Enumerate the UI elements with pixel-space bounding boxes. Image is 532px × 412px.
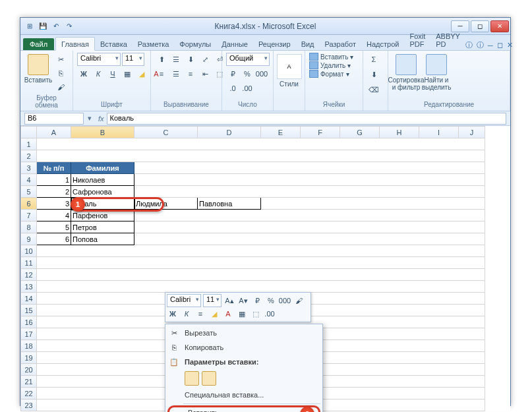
data-cell[interactable]: 3 bbox=[37, 198, 71, 210]
font-name-combo[interactable]: Calibri bbox=[77, 53, 121, 66]
row-header[interactable]: 17 bbox=[21, 328, 37, 340]
percent-icon[interactable]: % bbox=[241, 67, 254, 80]
data-cell[interactable]: Сафронова bbox=[71, 186, 134, 198]
row-header[interactable]: 10 bbox=[21, 245, 37, 257]
row-header[interactable]: 9 bbox=[21, 233, 37, 245]
row-header[interactable]: 13 bbox=[21, 281, 37, 293]
mini-fontcolor-icon[interactable]: A bbox=[222, 308, 234, 320]
dec-decimal-icon[interactable]: .00 bbox=[241, 82, 254, 95]
data-cell[interactable]: 5 bbox=[37, 221, 71, 233]
cells-format-button[interactable]: Формат ▾ bbox=[309, 70, 349, 78]
tab-abbyy[interactable]: ABBYY PD bbox=[430, 30, 465, 50]
row-header[interactable]: 6 bbox=[21, 198, 37, 210]
row-header[interactable]: 8 bbox=[21, 221, 37, 233]
align-bottom-icon[interactable]: ⬇ bbox=[184, 53, 197, 66]
col-header[interactable]: I bbox=[419, 127, 459, 138]
undo-icon[interactable]: ↶ bbox=[51, 21, 61, 32]
maximize-button[interactable]: ◻ bbox=[471, 20, 489, 32]
data-cell[interactable]: Попова bbox=[71, 233, 134, 245]
save-icon[interactable]: 💾 bbox=[38, 21, 48, 32]
row-header[interactable]: 19 bbox=[21, 352, 37, 364]
data-cell[interactable]: Петров bbox=[71, 221, 134, 233]
paste-button[interactable]: Вставить bbox=[24, 53, 52, 85]
row-header[interactable]: 22 bbox=[21, 388, 37, 399]
indent-dec-icon[interactable]: ⇤ bbox=[198, 67, 212, 80]
mini-currency-icon[interactable]: ₽ bbox=[251, 295, 263, 307]
namebox-dropdown-icon[interactable]: ▾ bbox=[84, 114, 96, 123]
data-cell[interactable]: 6 bbox=[37, 233, 71, 245]
cells-delete-button[interactable]: Удалить ▾ bbox=[309, 61, 351, 69]
paste-option-2[interactable] bbox=[202, 371, 216, 386]
row-header[interactable]: 12 bbox=[21, 269, 37, 281]
name-box[interactable]: B6 bbox=[24, 113, 84, 125]
tab-layout[interactable]: Разметка bbox=[133, 38, 175, 50]
tab-dev[interactable]: Разработ bbox=[320, 38, 361, 50]
tab-foxit[interactable]: Foxit PDF bbox=[404, 30, 430, 50]
data-cell[interactable]: 1 bbox=[37, 174, 71, 186]
align-center-icon[interactable]: ☰ bbox=[169, 67, 183, 80]
row-header[interactable]: 14 bbox=[21, 293, 37, 305]
mini-shrink-icon[interactable]: A▾ bbox=[237, 295, 249, 307]
comma-icon[interactable]: 000 bbox=[255, 67, 268, 80]
currency-icon[interactable]: ₽ bbox=[226, 67, 239, 80]
border-button[interactable]: ▦ bbox=[121, 67, 134, 80]
data-cell[interactable]: 2 bbox=[37, 186, 71, 198]
ctx-insert[interactable]: Вставить... 2 bbox=[167, 405, 320, 412]
cells-insert-button[interactable]: Вставить ▾ bbox=[309, 53, 353, 61]
mini-bold-icon[interactable]: Ж bbox=[167, 308, 179, 320]
workbook-min-icon[interactable]: ─ bbox=[488, 42, 493, 49]
file-tab[interactable]: Файл bbox=[23, 38, 54, 50]
mini-grow-icon[interactable]: A▴ bbox=[223, 295, 235, 307]
row-header[interactable]: 1 bbox=[21, 138, 37, 150]
tab-view[interactable]: Вид bbox=[296, 38, 320, 50]
copy-icon[interactable]: ⎘ bbox=[54, 67, 67, 80]
mini-decimals-icon[interactable]: .00 bbox=[264, 308, 276, 320]
row-header[interactable]: 23 bbox=[21, 399, 37, 411]
bold-button[interactable]: Ж bbox=[77, 67, 90, 80]
mini-format-painter-icon[interactable]: 🖌 bbox=[293, 295, 305, 307]
ribbon-min-icon[interactable]: ⓘ bbox=[465, 40, 473, 50]
data-header[interactable]: Фамилия bbox=[71, 162, 134, 174]
data-cell[interactable]: 4 bbox=[37, 210, 71, 221]
fx-icon[interactable]: fx bbox=[96, 115, 107, 123]
col-header[interactable]: A bbox=[37, 127, 71, 138]
tab-insert[interactable]: Вставка bbox=[95, 38, 133, 50]
font-size-combo[interactable]: 11 bbox=[122, 53, 144, 66]
row-header[interactable]: 7 bbox=[21, 210, 37, 221]
row-header[interactable]: 18 bbox=[21, 340, 37, 352]
data-header[interactable]: № п/п bbox=[37, 162, 71, 174]
col-header[interactable]: F bbox=[301, 127, 340, 138]
cut-icon[interactable]: ✂ bbox=[54, 53, 67, 66]
mini-comma-icon[interactable]: 000 bbox=[279, 295, 291, 307]
col-header[interactable]: J bbox=[459, 127, 485, 138]
col-header[interactable]: C bbox=[134, 127, 198, 138]
workbook-max-icon[interactable]: ◻ bbox=[497, 41, 503, 49]
mini-border-icon[interactable]: ▦ bbox=[236, 308, 248, 320]
ctx-cut[interactable]: ✂Вырезать bbox=[166, 326, 322, 340]
number-format-combo[interactable]: Общий bbox=[226, 53, 270, 66]
col-header[interactable]: G bbox=[340, 127, 380, 138]
row-header[interactable]: 21 bbox=[21, 376, 37, 388]
mini-fill-icon[interactable]: ◢ bbox=[208, 308, 220, 320]
close-button[interactable]: ✕ bbox=[490, 20, 509, 32]
data-cell[interactable]: Павловна bbox=[198, 198, 261, 210]
align-right-icon[interactable]: ≡ bbox=[184, 67, 197, 80]
align-top-icon[interactable]: ⬆ bbox=[155, 53, 168, 66]
sort-filter-button[interactable]: Сортировка и фильтр bbox=[392, 53, 420, 92]
mini-merge-icon[interactable]: ⬚ bbox=[250, 308, 262, 320]
col-header[interactable]: H bbox=[380, 127, 419, 138]
align-left-icon[interactable]: ≡ bbox=[155, 67, 168, 80]
row-header[interactable]: 3 bbox=[21, 162, 37, 174]
col-header[interactable]: D bbox=[198, 127, 261, 138]
autosum-icon[interactable]: Σ bbox=[367, 53, 380, 66]
ctx-paste-special[interactable]: Специальная вставка... bbox=[166, 388, 322, 402]
row-header[interactable]: 20 bbox=[21, 364, 37, 376]
col-header[interactable]: B bbox=[71, 127, 134, 138]
row-header[interactable]: 4 bbox=[21, 174, 37, 186]
tab-addins[interactable]: Надстрой bbox=[361, 38, 404, 50]
format-painter-icon[interactable]: 🖌 bbox=[54, 80, 67, 94]
select-all-corner[interactable] bbox=[21, 127, 37, 138]
row-header[interactable]: 16 bbox=[21, 316, 37, 328]
formula-bar[interactable]: Коваль bbox=[107, 113, 506, 125]
redo-icon[interactable]: ↷ bbox=[64, 21, 74, 32]
